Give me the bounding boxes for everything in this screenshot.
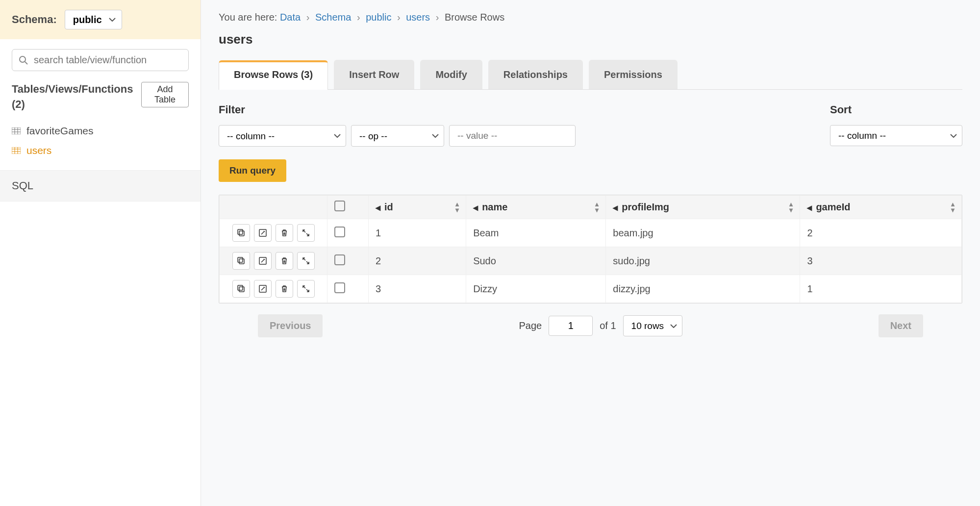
sort-icon: ▴▾ [455, 202, 459, 212]
search-input[interactable] [12, 49, 189, 71]
page-input[interactable] [549, 316, 593, 336]
page-label: Page [519, 320, 542, 331]
sort-icon: ▴▾ [789, 202, 793, 212]
clone-icon[interactable] [232, 252, 250, 270]
breadcrumb-users[interactable]: users [406, 12, 430, 23]
sql-link[interactable]: SQL [0, 170, 201, 202]
cell-profileimg: beam.jpg [606, 219, 800, 247]
tab-browse-rows[interactable]: Browse Rows (3) [219, 60, 328, 90]
sidebar-item-label: favoriteGames [26, 125, 94, 137]
row-checkbox[interactable] [334, 227, 345, 237]
svg-rect-7 [12, 147, 21, 154]
filter-label: Filter [219, 103, 576, 116]
edit-icon[interactable] [254, 252, 272, 270]
expand-icon[interactable] [297, 224, 315, 242]
cell-profileimg: dizzy.jpg [606, 275, 800, 303]
breadcrumb-schema[interactable]: Schema [315, 12, 351, 23]
breadcrumb-data[interactable]: Data [280, 12, 301, 23]
sidebar-item-favoritegames[interactable]: favoriteGames [12, 121, 189, 141]
svg-rect-12 [239, 231, 244, 236]
sort-label: Sort [830, 103, 962, 116]
caret-left-icon: ◂ [473, 202, 478, 213]
tab-relationships[interactable]: Relationships [488, 60, 583, 89]
sort-icon: ▴▾ [951, 202, 955, 212]
tabs: Browse Rows (3) Insert Row Modify Relati… [219, 60, 962, 90]
sort-icon: ▴▾ [595, 202, 599, 212]
schema-select[interactable]: public [65, 10, 122, 29]
data-table: ◂id▴▾ ◂name▴▾ ◂profileImg▴▾ ◂gameId▴▾ 1 [219, 195, 962, 304]
cell-gameid: 3 [800, 247, 962, 275]
chevron-right-icon: › [397, 12, 401, 23]
run-query-button[interactable]: Run query [219, 159, 286, 182]
previous-button[interactable]: Previous [258, 314, 323, 337]
cell-gameid: 1 [800, 275, 962, 303]
svg-rect-13 [238, 229, 243, 234]
cell-id: 3 [369, 275, 466, 303]
column-header-profileimg[interactable]: ◂profileImg▴▾ [606, 196, 800, 219]
expand-icon[interactable] [297, 252, 315, 270]
cell-gameid: 2 [800, 219, 962, 247]
cell-name: Dizzy [466, 275, 606, 303]
delete-icon[interactable] [276, 280, 293, 298]
breadcrumb-public[interactable]: public [366, 12, 391, 23]
delete-icon[interactable] [276, 252, 293, 270]
table-row: 2Sudosudo.jpg3 [220, 247, 962, 275]
chevron-right-icon: › [436, 12, 439, 23]
chevron-right-icon: › [306, 12, 310, 23]
edit-icon[interactable] [254, 224, 272, 242]
table-icon [12, 147, 21, 154]
cell-name: Sudo [466, 247, 606, 275]
table-list: favoriteGames users [0, 114, 201, 170]
sort-section: Sort -- column -- [830, 103, 962, 147]
table-row: 1Beambeam.jpg2 [220, 219, 962, 247]
chevron-right-icon: › [357, 12, 360, 23]
column-header-id[interactable]: ◂id▴▾ [369, 196, 466, 219]
tab-modify[interactable]: Modify [420, 60, 482, 89]
column-header-name[interactable]: ◂name▴▾ [466, 196, 606, 219]
svg-rect-15 [239, 259, 244, 264]
schema-label: Schema: [12, 13, 57, 26]
sort-column-select[interactable]: -- column -- [830, 125, 962, 146]
svg-rect-2 [12, 127, 21, 134]
actions-header [220, 196, 327, 219]
expand-icon[interactable] [297, 280, 315, 298]
select-all-checkbox[interactable] [334, 201, 345, 211]
page-title: users [219, 32, 962, 47]
clone-icon[interactable] [232, 224, 250, 242]
schema-bar: Schema: public [0, 0, 201, 39]
main-content: You are here: Data › Schema › public › u… [201, 0, 980, 506]
svg-rect-19 [238, 285, 243, 290]
search-icon [19, 55, 28, 65]
caret-left-icon: ◂ [807, 202, 812, 213]
svg-line-1 [25, 62, 27, 64]
select-all-header [327, 196, 369, 219]
pager: Previous Page of 1 10 rows Next [219, 314, 962, 337]
filter-section: Filter -- column -- -- op -- [219, 103, 576, 147]
filter-value-input[interactable] [449, 125, 576, 147]
breadcrumb: You are here: Data › Schema › public › u… [219, 12, 962, 23]
breadcrumb-current: Browse Rows [445, 12, 504, 23]
rows-per-page-select[interactable]: 10 rows [623, 315, 682, 336]
page-of-label: of 1 [600, 320, 616, 331]
row-checkbox[interactable] [334, 282, 345, 293]
tab-insert-row[interactable]: Insert Row [334, 60, 414, 89]
edit-icon[interactable] [254, 280, 272, 298]
clone-icon[interactable] [232, 280, 250, 298]
tab-permissions[interactable]: Permissions [589, 60, 678, 89]
column-header-gameid[interactable]: ◂gameId▴▾ [800, 196, 962, 219]
delete-icon[interactable] [276, 224, 293, 242]
svg-rect-18 [239, 287, 244, 292]
row-checkbox[interactable] [334, 254, 345, 265]
caret-left-icon: ◂ [613, 202, 618, 213]
tables-header-title: Tables/Views/Functions (2) [12, 82, 141, 112]
filter-column-select[interactable]: -- column -- [219, 125, 346, 147]
cell-name: Beam [466, 219, 606, 247]
add-table-button[interactable]: Add Table [141, 82, 189, 107]
filter-op-select[interactable]: -- op -- [351, 125, 444, 147]
cell-id: 2 [369, 247, 466, 275]
sidebar-item-label: users [26, 145, 51, 156]
table-row: 3Dizzydizzy.jpg1 [220, 275, 962, 303]
next-button[interactable]: Next [879, 314, 923, 337]
sidebar-item-users[interactable]: users [12, 141, 189, 160]
table-icon [12, 127, 21, 134]
